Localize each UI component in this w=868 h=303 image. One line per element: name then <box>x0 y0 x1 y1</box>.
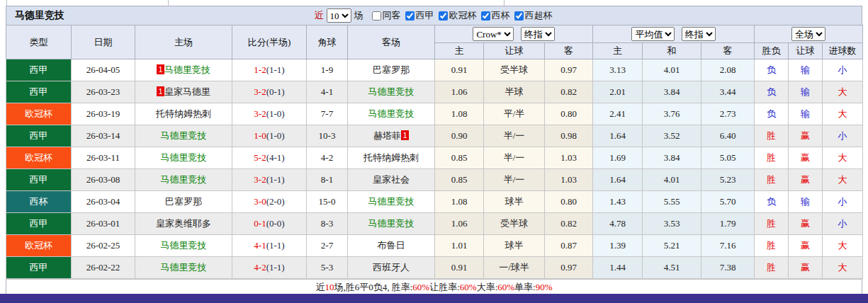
match-date: 26-02-22 <box>72 257 135 279</box>
handicap-result-cell: 赢 <box>789 235 823 257</box>
col-europe-home: 主 <box>593 43 643 59</box>
fulltime-score: 5-2 <box>254 152 266 163</box>
bottom-bar <box>0 294 868 303</box>
result-cell: 胜 <box>755 169 789 191</box>
home-team-cell: 马德里竞技 <box>135 125 232 147</box>
result-cell: 胜 <box>755 125 789 147</box>
divider <box>504 0 505 6</box>
league-badge: 欧冠杯 <box>6 103 72 125</box>
corners-cell: 4-1 <box>307 81 348 103</box>
goals-result-cell: 大 <box>823 257 863 279</box>
handicap-away-odds: 0.82 <box>545 213 593 235</box>
europe-home-odds: 1.64 <box>593 125 643 147</box>
halftime-score: (1-1) <box>266 262 285 273</box>
away-team-name: 西班牙人 <box>373 262 410 273</box>
europe-away-odds: 3.44 <box>701 81 755 103</box>
match-date: 26-03-11 <box>72 147 135 169</box>
league-filter-checkbox[interactable]: 欧冠杯 <box>436 9 477 22</box>
handicap-result-cell: 赢 <box>789 147 823 169</box>
europe-home-odds: 1.39 <box>593 235 643 257</box>
handicap-home-odds: 1.06 <box>435 81 484 103</box>
checkbox-label: 同客 <box>383 9 401 22</box>
home-team-name: 马德里竞技 <box>161 262 207 273</box>
away-team-name: 马德里竞技 <box>368 86 415 97</box>
handicap-line: 一/球半 <box>484 257 545 279</box>
handicap-result-cell: 输 <box>789 191 823 213</box>
europe-draw-odds: 5.21 <box>643 235 701 257</box>
europe-away-odds: 2.08 <box>701 59 755 81</box>
recent-prefix-label: 近 <box>315 9 324 22</box>
halftime-score: (0-1) <box>266 86 285 97</box>
halftime-score: (1-1) <box>266 64 285 75</box>
away-team-cell: 赫塔菲1 <box>348 125 435 147</box>
goals-result-cell: 小 <box>823 125 863 147</box>
checkbox-input[interactable] <box>405 11 415 21</box>
home-team-cell: 1马德里竞技 <box>135 59 232 81</box>
league-badge: 欧冠杯 <box>6 235 72 257</box>
europe-home-odds: 1.44 <box>593 257 643 279</box>
away-team-cell: 马德里竞技 <box>348 81 435 103</box>
handicap-time-select[interactable]: 终指 <box>521 27 555 41</box>
league-filter-checkbox[interactable]: 西杯 <box>478 9 510 22</box>
corners-cell: 1-9 <box>307 59 348 81</box>
checkbox-input[interactable] <box>372 11 381 21</box>
halftime-score: (1-1) <box>266 174 285 185</box>
recent-count-select[interactable]: 10 <box>327 8 351 23</box>
europe-away-odds: 1.79 <box>701 213 755 235</box>
score-cell: 0-1(0-0) <box>232 213 307 235</box>
table-header: 类型 日期 主场 比分(半场) 角球 客场 Crow* 终指 平均值 终指 全场 <box>6 25 863 59</box>
handicap-line: 受半球 <box>484 59 545 81</box>
goals-result-cell: 大 <box>823 81 863 103</box>
away-team-name: 马德里竞技 <box>368 196 415 207</box>
handicap-selects-cell: Crow* 终指 <box>435 25 593 43</box>
match-tbody: 西甲 26-04-05 1马德里竞技 1-2(1-1) 1-9 巴塞罗那 0.9… <box>6 59 863 279</box>
handicap-result-cell: 赢 <box>789 125 823 147</box>
table-row: 西杯 26-03-04 巴塞罗那 3-0(2-0) 15-0 马德里竞技 1.0… <box>6 191 863 213</box>
match-date: 26-03-14 <box>72 125 135 147</box>
europe-away-odds: 5.70 <box>701 191 755 213</box>
europe-source-select[interactable]: 平均值 <box>631 27 675 41</box>
corners-cell: 10-3 <box>307 125 348 147</box>
checkbox-input[interactable] <box>439 11 448 21</box>
europe-draw-odds: 4.51 <box>643 257 701 279</box>
red-card-badge: 1 <box>157 64 164 74</box>
table-row: 西甲 26-04-05 1马德里竞技 1-2(1-1) 1-9 巴塞罗那 0.9… <box>6 59 863 81</box>
col-home: 主场 <box>135 25 232 59</box>
corners-cell: 8-3 <box>307 213 348 235</box>
match-date: 26-02-25 <box>72 235 135 257</box>
handicap-away-odds: 0.98 <box>545 125 593 147</box>
handicap-result-cell: 输 <box>789 81 823 103</box>
handicap-line: 球半 <box>484 235 545 257</box>
result-cell: 胜 <box>755 257 789 279</box>
filter-controls: 近 10 场 同客 西甲 欧冠杯 西杯 西超杯 <box>315 6 554 25</box>
home-team-name: 皇家奥维耶多 <box>156 218 211 229</box>
summary-segment: 60% <box>497 282 514 293</box>
table-row: 西甲 26-03-08 马德里竞技 3-2(1-1) 8-1 皇家社会 0.85… <box>6 169 863 191</box>
europe-draw-odds: 3.84 <box>643 81 701 103</box>
europe-time-select[interactable]: 终指 <box>682 27 716 41</box>
result-cell: 胜 <box>755 235 789 257</box>
col-europe-draw: 和 <box>643 43 701 59</box>
score-cell: 4-1(1-1) <box>232 235 307 257</box>
league-filter-checkbox[interactable]: 西超杯 <box>512 9 553 22</box>
checkbox-input[interactable] <box>514 11 524 21</box>
league-badge: 西甲 <box>6 169 72 191</box>
away-team-name: 巴塞罗那 <box>373 64 410 75</box>
scope-select[interactable]: 全场 <box>791 27 825 41</box>
handicap-source-select[interactable]: Crow* <box>473 27 514 41</box>
fulltime-score: 4-1 <box>254 240 266 251</box>
halftime-score: (1-1) <box>266 240 285 251</box>
table-row: 西甲 26-03-01 皇家奥维耶多 0-1(0-0) 8-3 马德里竞技 1.… <box>6 213 863 235</box>
fulltime-score: 3-0 <box>254 196 266 207</box>
summary-segment: 60% <box>460 282 477 293</box>
away-team-cell: 托特纳姆热刺 <box>348 147 435 169</box>
league-badge: 西甲 <box>6 213 72 235</box>
league-filter-checkbox[interactable]: 西甲 <box>402 9 434 22</box>
away-team-cell: 布鲁日 <box>348 235 435 257</box>
result-cell: 负 <box>755 103 789 125</box>
table-row: 欧冠杯 26-03-11 马德里竞技 5-2(4-1) 4-2 托特纳姆热刺 0… <box>6 147 863 169</box>
league-filter-checkbox[interactable]: 同客 <box>369 9 401 22</box>
goals-result-cell: 小 <box>823 191 863 213</box>
checkbox-input[interactable] <box>481 11 490 21</box>
summary-segment: 60% <box>412 282 429 293</box>
